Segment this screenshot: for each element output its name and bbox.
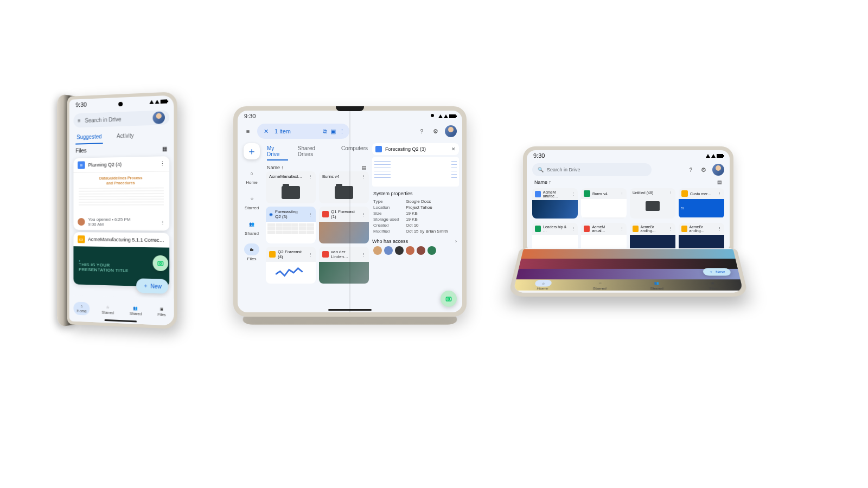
tab-activity[interactable]: Activity [116,129,135,144]
file-item[interactable]: AcmeM anufac…⋮ [532,188,578,219]
tab-shared-drives[interactable]: Shared Drives [298,143,331,160]
tablet-base [240,317,459,325]
nav-starred[interactable]: ☆Starred [99,303,117,317]
file-item[interactable]: AcmeM anual…⋮ [581,223,627,249]
more-icon[interactable]: ⋮ [308,252,312,257]
docs-icon [535,191,541,197]
rail-shared[interactable]: 👥Shared [244,218,259,236]
file-item[interactable]: Q1 Forecast(1)⋮ [319,207,369,243]
user-avatar-icon [78,218,85,226]
status-indicators [149,99,167,104]
help-icon[interactable]: ？ [686,165,695,174]
star-icon: ☆ [591,280,608,286]
rail-files[interactable]: 🖿Files [244,243,259,261]
new-button[interactable]: ＋ New [703,268,731,275]
search-input[interactable]: ≡ Search in Drive [73,110,169,128]
view-toggle-icon[interactable]: ▦ [162,146,167,152]
status-bar: 9:30 [527,150,730,161]
nav-home[interactable]: ⌂Home [74,301,90,315]
camera-icon [157,259,164,267]
file-item[interactable]: Burns v4⋮ [581,188,627,219]
user-avatar-icon [384,246,393,255]
file-item[interactable]: AcmeBr anding…⋮ [679,223,724,249]
section-label: Files [75,147,86,154]
nav-files[interactable]: ▣Files [704,280,723,290]
help-icon[interactable]: ？ [417,126,426,136]
more-icon[interactable]: ⋮ [718,191,722,196]
more-icon[interactable]: ⋮ [339,128,345,135]
tab-my-drive[interactable]: My Drive [267,143,288,160]
more-icon[interactable]: ⋮ [161,220,165,224]
more-icon[interactable]: ⋮ [669,227,673,231]
folder-item[interactable]: AcmeManufact…⋮ [266,171,316,203]
file-item[interactable] [521,249,735,259]
file-grid: Leaders hip & …⋮ AcmeM anual…⋮ AcmeBr an… [527,221,730,249]
pdf-icon [322,251,329,258]
thumbnail [679,235,724,249]
more-icon[interactable]: ⋮ [620,227,624,231]
more-icon[interactable]: ⋮ [361,174,366,179]
file-item[interactable]: van derLinden…⋮ [319,247,369,284]
file-item[interactable]: Leaders hip & …⋮ [532,223,578,249]
nav-home[interactable]: ⌂Home [534,280,552,290]
nav-shared[interactable]: 👥Shared [126,303,145,318]
phone-screen: 9:30 ≡ Search in Drive Suggested Activit… [69,95,174,326]
file-item[interactable] [519,259,738,269]
settings-icon[interactable]: ⚙ [431,126,441,136]
nav-starred[interactable]: ☆Starred [591,280,608,290]
menu-icon[interactable]: ≡ [243,126,253,136]
sort-label[interactable]: Name [267,165,280,170]
more-icon[interactable]: ⋮ [571,227,575,231]
move-icon[interactable]: ⧉ [323,128,327,135]
rail-starred[interactable]: ☆Starred [244,192,259,210]
avatar[interactable] [152,111,164,124]
more-icon[interactable]: ⋮ [718,227,722,231]
tab-computers[interactable]: Computers [341,143,368,160]
gesture-bar [328,309,372,311]
new-button[interactable]: ＋ New [136,278,168,294]
scan-button[interactable] [152,255,168,272]
file-item[interactable]: Q2 Forecast(4)⋮ [266,247,316,284]
more-icon[interactable]: ⋮ [361,252,366,257]
more-icon[interactable]: ⋮ [160,161,165,167]
sheets-icon [584,190,590,197]
rail-home[interactable]: ⌂Home [244,167,259,185]
view-toggle-icon[interactable]: ▤ [362,165,367,170]
image-thumbnail [319,222,369,243]
scan-button[interactable] [441,291,457,307]
nav-files[interactable]: ▣Files [154,304,169,319]
settings-icon[interactable]: ⚙ [699,165,708,174]
file-item[interactable]: AcmeBr anding…⋮ [630,223,675,249]
more-icon[interactable]: ⋮ [669,190,673,195]
create-button[interactable]: ＋ [244,143,260,159]
tab-suggested[interactable]: Suggested [75,130,103,145]
close-icon[interactable]: ✕ [451,146,456,152]
more-icon[interactable]: ⋮ [308,212,312,217]
people-icon: 👥 [133,306,138,311]
selection-count: 1 item [275,128,291,134]
view-toggle-icon[interactable]: ▤ [717,179,722,185]
file-card[interactable]: ≡ Planning Q2 (4) ⋮ DataGuidelines Proce… [73,156,169,230]
file-item-selected[interactable]: ◉ForecastingQ2 (3)⋮ [266,207,316,243]
avatar[interactable] [712,164,724,176]
panel-section-title: System properties [373,191,458,196]
arrow-up-icon: ↑ [549,179,552,185]
menu-icon[interactable]: ≡ [78,118,81,124]
more-icon[interactable]: ⋮ [308,174,312,179]
close-selection-icon[interactable]: ✕ [261,127,270,136]
folder-item[interactable]: Untitled (48)⋮ [630,188,675,219]
more-icon[interactable]: ⋮ [571,192,575,196]
more-icon[interactable]: ⋮ [620,191,624,196]
nav-shared[interactable]: 👥Shared [648,280,665,290]
avatar[interactable] [445,125,457,137]
search-input[interactable]: 🔍 Search in Drive [532,163,652,176]
delete-icon[interactable]: ▣ [330,128,336,135]
folder-item[interactable]: Burns v4⋮ [319,171,369,203]
fold-top-screen: 9:30 🔍 Search in Drive ？ ⚙ [527,150,730,249]
who-has-access[interactable]: Who has access › [372,239,459,244]
slides-icon [633,226,639,232]
file-item[interactable]: Custo mer…⋮01 [679,188,724,219]
sort-label[interactable]: Name [534,179,547,185]
more-icon[interactable]: ⋮ [361,212,366,217]
camera-icon [445,295,452,303]
